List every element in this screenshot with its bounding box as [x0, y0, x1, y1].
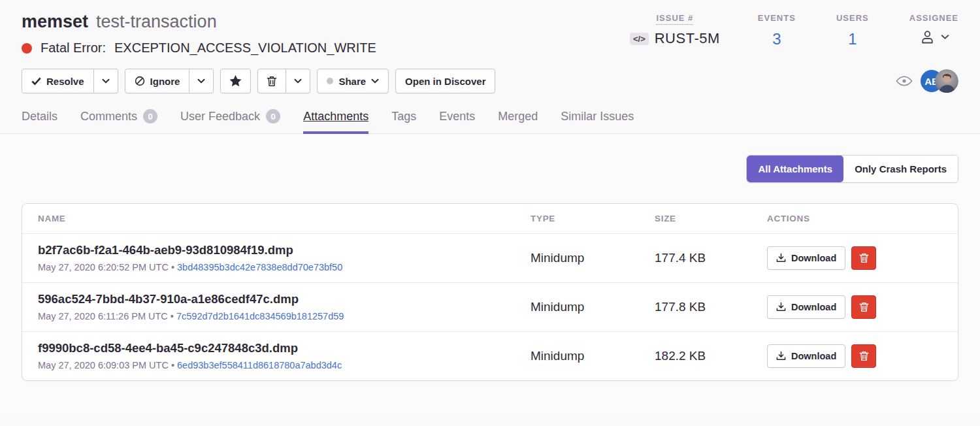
attachment-timestamp: May 27, 2020 6:09:03 PM UTC [38, 360, 169, 370]
download-button[interactable]: Download [767, 246, 845, 270]
title-block: memset test-transaction Fatal Error: EXC… [22, 12, 376, 56]
chevron-down-icon [371, 78, 379, 84]
delete-dropdown-button[interactable] [286, 69, 310, 93]
attachment-actions: Download [767, 295, 942, 319]
share-button[interactable]: Share [317, 69, 389, 93]
issue-number-label: ISSUE # [656, 13, 693, 25]
action-toolbar: Resolve Ignore Share Open in Discov [0, 69, 980, 93]
delete-attachment-button[interactable] [851, 295, 876, 319]
ignore-button-group: Ignore [125, 69, 214, 93]
star-icon [229, 75, 242, 87]
comments-count-badge: 0 [143, 109, 157, 123]
delete-attachment-button[interactable] [851, 344, 876, 368]
resolve-button[interactable]: Resolve [22, 69, 94, 93]
attachment-name-cell: 596ac524-7bbd-4b37-910a-a1e86cedf47c.dmp… [38, 292, 531, 321]
page-title: memset test-transaction [22, 12, 376, 32]
attachments-panel: All Attachments Only Crash Reports NAME … [0, 134, 980, 413]
attachment-size: 177.4 KB [655, 251, 767, 265]
trash-icon [859, 351, 869, 361]
chevron-down-icon [102, 78, 110, 84]
attachment-name-cell: b2f7ac6b-f2a1-464b-aeb9-93d810984f19.dmp… [38, 243, 531, 272]
attachment-filter-toggle: All Attachments Only Crash Reports [746, 155, 958, 183]
issue-stats: ISSUE # </> RUST-5M EVENTS 3 USERS 1 ASS… [630, 12, 958, 48]
download-icon [776, 253, 786, 263]
ignore-button[interactable]: Ignore [125, 69, 190, 93]
attachments-table: NAME TYPE SIZE ACTIONS b2f7ac6b-f2a1-464… [22, 203, 958, 381]
attachment-filename: 596ac524-7bbd-4b37-910a-a1e86cedf47c.dmp [38, 292, 531, 306]
issue-tabs: Details Comments0 User Feedback0 Attachm… [0, 109, 980, 134]
table-row: 596ac524-7bbd-4b37-910a-a1e86cedf47c.dmp… [22, 283, 958, 332]
assignee-label: ASSIGNEE [909, 13, 958, 23]
issue-header: memset test-transaction Fatal Error: EXC… [0, 0, 980, 56]
stat-events: EVENTS 3 [758, 13, 796, 48]
delete-button-group [257, 69, 310, 93]
column-header-size: SIZE [655, 214, 767, 223]
download-icon [776, 302, 786, 312]
attachment-filename: b2f7ac6b-f2a1-464b-aeb9-93d810984f19.dmp [38, 243, 531, 257]
attachment-type: Minidump [531, 300, 655, 314]
tab-user-feedback[interactable]: User Feedback0 [180, 109, 280, 133]
filter-only-crash-reports-button[interactable]: Only Crash Reports [843, 156, 958, 182]
eye-icon[interactable] [896, 74, 913, 88]
participant-avatars: AB [921, 69, 958, 93]
events-count[interactable]: 3 [772, 30, 781, 48]
bookmark-star-button[interactable] [220, 69, 251, 93]
meta-separator: • [171, 262, 174, 272]
download-button[interactable]: Download [767, 344, 845, 368]
table-header-row: NAME TYPE SIZE ACTIONS [22, 204, 958, 234]
table-row: b2f7ac6b-f2a1-464b-aeb9-93d810984f19.dmp… [22, 234, 958, 283]
feedback-count-badge: 0 [266, 109, 280, 123]
event-id-link[interactable]: 6ed93b3ef558411d8618780a7abd3d4c [177, 360, 342, 370]
tab-similar-issues[interactable]: Similar Issues [561, 109, 634, 133]
chevron-down-icon [294, 78, 302, 84]
download-icon [776, 351, 786, 361]
delete-button[interactable] [257, 69, 286, 93]
person-icon [919, 28, 936, 46]
event-id-link[interactable]: 7c592d7d2b1641dc834569b181257d59 [176, 311, 344, 321]
attachment-timestamp: May 27, 2020 6:20:52 PM UTC [38, 262, 169, 272]
users-count[interactable]: 1 [848, 30, 857, 48]
ignore-dropdown-button[interactable] [189, 69, 214, 93]
tab-comments[interactable]: Comments0 [80, 109, 157, 133]
stat-users: USERS 1 [834, 13, 872, 48]
table-row: f9990bc8-cd58-4ee4-ba45-c9c247848c3d.dmp… [22, 332, 958, 380]
mute-icon [135, 76, 145, 86]
stat-assignee: ASSIGNEE [909, 13, 958, 48]
column-header-actions: ACTIONS [767, 214, 942, 223]
meta-separator: • [171, 360, 174, 370]
attachment-meta: May 27, 2020 6:20:52 PM UTC • 3bd48395b3… [38, 262, 531, 272]
error-label: Fatal Error: [41, 41, 106, 56]
assignee-selector[interactable] [919, 28, 949, 46]
avatar[interactable] [935, 69, 958, 93]
attachment-size: 177.8 KB [655, 300, 767, 314]
resolve-button-group: Resolve [22, 69, 118, 93]
project-name: memset [22, 12, 88, 32]
meta-separator: • [171, 311, 174, 321]
attachment-size: 182.2 KB [655, 349, 767, 363]
error-summary: Fatal Error: EXCEPTION_ACCESS_VIOLATION_… [22, 41, 376, 56]
chevron-down-icon [941, 34, 949, 40]
column-header-type: TYPE [531, 214, 655, 223]
tab-events[interactable]: Events [439, 109, 475, 133]
transaction-name: test-transaction [96, 12, 217, 32]
users-label: USERS [836, 13, 869, 23]
delete-attachment-button[interactable] [851, 246, 876, 270]
download-button[interactable]: Download [767, 295, 845, 319]
subscribers-block: AB [896, 69, 958, 93]
events-label: EVENTS [758, 13, 796, 23]
open-in-discover-button[interactable]: Open in Discover [395, 69, 495, 93]
filter-all-attachments-button[interactable]: All Attachments [747, 156, 843, 182]
error-level-dot [22, 43, 32, 54]
event-id-link[interactable]: 3bd48395b3dc42e7838e8dd70e73bf50 [177, 262, 342, 272]
tab-attachments[interactable]: Attachments [303, 109, 368, 133]
resolve-dropdown-button[interactable] [94, 69, 118, 93]
tab-tags[interactable]: Tags [391, 109, 416, 133]
attachment-meta: May 27, 2020 6:09:03 PM UTC • 6ed93b3ef5… [38, 360, 531, 370]
attachment-meta: May 27, 2020 6:11:26 PM UTC • 7c592d7d2b… [38, 311, 531, 321]
issue-short-id[interactable]: </> RUST-5M [630, 30, 720, 47]
check-icon [31, 77, 41, 86]
tab-merged[interactable]: Merged [498, 109, 538, 133]
stat-issue: ISSUE # </> RUST-5M [630, 13, 720, 48]
tab-details[interactable]: Details [22, 109, 57, 133]
attachment-name-cell: f9990bc8-cd58-4ee4-ba45-c9c247848c3d.dmp… [38, 341, 531, 370]
